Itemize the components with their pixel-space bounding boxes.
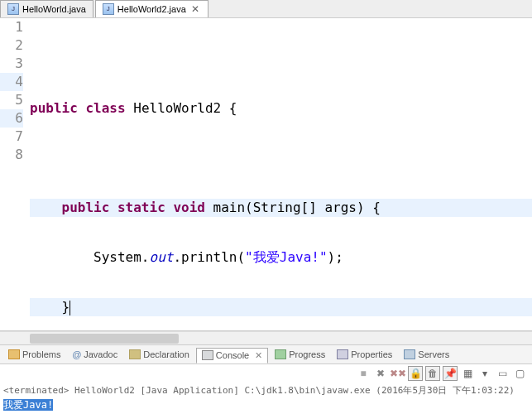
code-line: } <box>30 298 532 316</box>
problems-icon <box>8 349 20 359</box>
tab-label: HelloWorld2.java <box>117 4 186 14</box>
progress-icon <box>275 349 286 359</box>
tab-problems[interactable]: Problems <box>3 348 65 361</box>
terminate-button[interactable]: ■ <box>356 366 371 381</box>
tab-console[interactable]: Console ✕ <box>196 348 268 363</box>
close-icon[interactable]: ✕ <box>189 3 201 15</box>
clear-console-button[interactable]: 🗑 <box>425 366 440 381</box>
code-line: public static void main(String[] args) { <box>30 199 532 217</box>
editor-tab[interactable]: J HelloWorld2.java ✕ <box>95 0 208 17</box>
console-toolbar: ■ ✖ ✖✖ 🔒 🗑 📌 ▦ ▾ ▭ ▢ <box>0 364 532 383</box>
code-line <box>30 50 532 68</box>
console-icon <box>202 350 213 360</box>
tab-label: HelloWorld.java <box>22 4 86 14</box>
tab-declaration[interactable]: Declaration <box>124 348 194 361</box>
console-view[interactable]: <terminated> HelloWorld2 [Java Applicati… <box>0 383 532 414</box>
servers-icon <box>404 349 415 359</box>
scrollbar-thumb[interactable] <box>30 334 179 344</box>
console-output[interactable]: 我爱Java! <box>3 399 53 411</box>
code-line: System.out.println("我爱Java!"); <box>30 248 532 267</box>
remove-all-button[interactable]: ✖✖ <box>391 366 405 381</box>
scroll-lock-button[interactable]: 🔒 <box>408 366 423 381</box>
editor-tab-bar: J HelloWorld.java J HelloWorld2.java ✕ <box>0 0 532 18</box>
horizontal-scrollbar[interactable] <box>0 331 532 344</box>
console-process-label: <terminated> HelloWorld2 [Java Applicati… <box>3 384 529 397</box>
minimize-button[interactable]: ▭ <box>495 366 510 381</box>
properties-icon <box>337 349 348 359</box>
close-icon[interactable]: ✕ <box>255 350 262 361</box>
tab-javadoc[interactable]: @ Javadoc <box>67 348 122 361</box>
declaration-icon <box>129 349 141 359</box>
java-file-icon: J <box>103 3 114 15</box>
code-line: public class HelloWorld2 { <box>30 99 532 118</box>
display-console-button[interactable]: ▦ <box>460 366 475 381</box>
text-cursor <box>69 301 70 315</box>
tab-properties[interactable]: Properties <box>332 348 397 361</box>
javadoc-icon: @ <box>72 349 81 359</box>
code-editor[interactable]: 12345678 public class HelloWorld2 { publ… <box>0 18 532 331</box>
open-console-button[interactable]: ▾ <box>477 366 492 381</box>
code-line <box>30 149 532 167</box>
remove-launch-button[interactable]: ✖ <box>373 366 388 381</box>
maximize-button[interactable]: ▢ <box>512 366 527 381</box>
bottom-view-tabs: Problems @ Javadoc Declaration Console ✕… <box>0 344 532 364</box>
pin-console-button[interactable]: 📌 <box>443 366 458 381</box>
java-file-icon: J <box>7 3 19 15</box>
tab-servers[interactable]: Servers <box>399 348 454 361</box>
editor-tab[interactable]: J HelloWorld.java <box>0 0 93 17</box>
code-area[interactable]: public class HelloWorld2 { public static… <box>30 18 532 330</box>
line-number-gutter: 12345678 <box>0 18 30 330</box>
tab-progress[interactable]: Progress <box>270 348 330 361</box>
